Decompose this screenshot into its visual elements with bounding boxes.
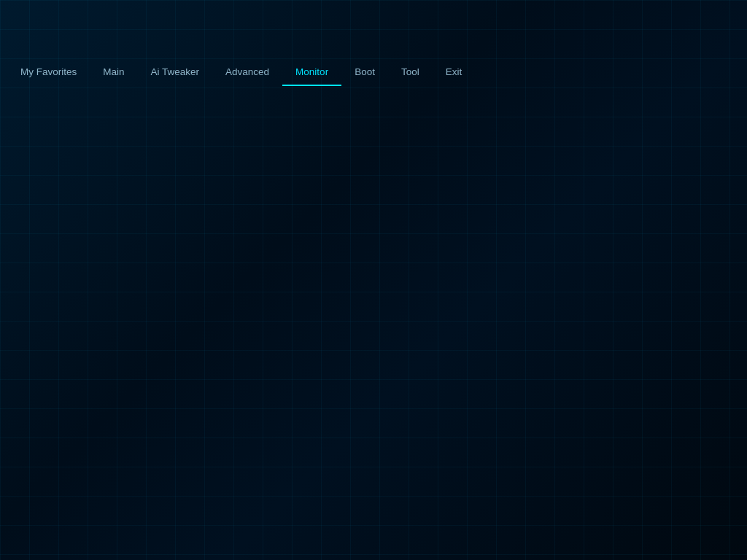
tab-my-favorites[interactable]: My Favorites (7, 58, 90, 85)
tab-ai-tweaker[interactable]: Ai Tweaker (138, 58, 213, 85)
tab-monitor[interactable]: Monitor (282, 58, 341, 86)
tab-tool[interactable]: Tool (388, 58, 433, 85)
tab-exit[interactable]: Exit (433, 58, 476, 85)
tab-boot[interactable]: Boot (341, 58, 388, 85)
tab-advanced[interactable]: Advanced (212, 58, 282, 85)
tab-main[interactable]: Main (90, 58, 137, 85)
